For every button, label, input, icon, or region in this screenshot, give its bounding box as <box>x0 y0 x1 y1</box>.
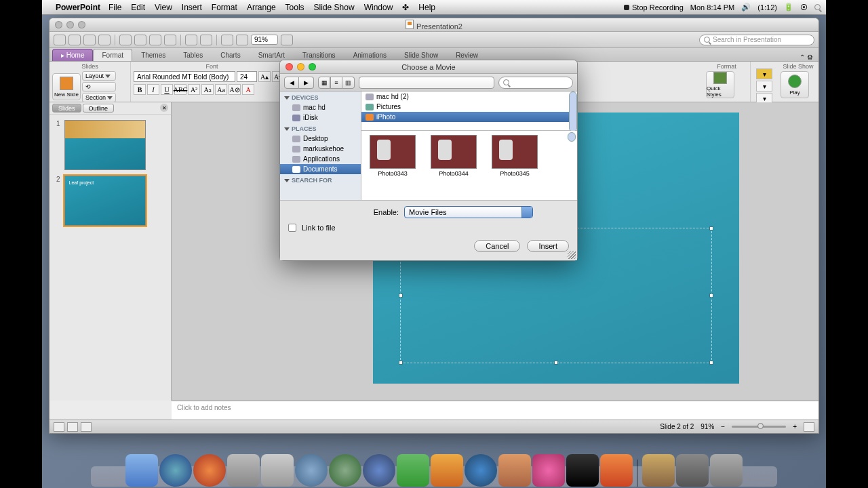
menu-view[interactable]: View <box>155 3 172 12</box>
dock-app8[interactable] <box>566 454 599 487</box>
sidebar-item-documents[interactable]: Documents <box>280 164 361 174</box>
cancel-button[interactable]: Cancel <box>474 240 520 252</box>
undo-button[interactable] <box>185 35 197 45</box>
menu-tools[interactable]: Tools <box>285 3 304 12</box>
underline-button[interactable]: U <box>161 84 173 95</box>
strikethrough-button[interactable]: ABC <box>174 84 186 95</box>
font-name-select[interactable]: Arial Rounded MT Bold (Body) <box>134 71 235 82</box>
zoom-select[interactable]: 91% <box>251 35 278 45</box>
sidebar-item-idisk[interactable]: iDisk <box>280 113 361 123</box>
cut-button[interactable] <box>119 35 132 45</box>
dialog-minimize-button[interactable] <box>297 63 304 70</box>
dock-finder[interactable] <box>125 454 158 487</box>
search-input[interactable]: Search in Presentation <box>699 35 814 45</box>
redo-button[interactable] <box>200 35 212 45</box>
line-button[interactable]: ▾ <box>756 81 772 92</box>
superscript-button[interactable]: A² <box>188 84 200 95</box>
menu-insert[interactable]: Insert <box>182 3 202 12</box>
sorter-view-button[interactable] <box>67 422 78 432</box>
change-case-button[interactable]: Aa <box>215 84 227 95</box>
tab-home[interactable]: ▸ Home <box>52 49 93 61</box>
column-scrollbar[interactable] <box>569 92 577 132</box>
sidebar-item-applications[interactable]: Applications <box>280 154 361 164</box>
menu-slideshow[interactable]: Slide Show <box>314 3 355 12</box>
help-button[interactable] <box>281 35 293 45</box>
sidebar-item-home[interactable]: markuskehoe <box>280 144 361 154</box>
dock-folder2[interactable] <box>676 454 709 487</box>
app-name[interactable]: PowerPoint <box>56 3 100 12</box>
thumb-photo0343[interactable]: Photo0343 <box>366 135 420 177</box>
path-select[interactable] <box>359 77 494 89</box>
dock-app4[interactable] <box>397 454 429 487</box>
dock-folder1[interactable] <box>642 454 675 487</box>
link-to-file-checkbox[interactable] <box>288 224 296 232</box>
stop-recording[interactable]: Stop Recording <box>624 3 684 12</box>
dock-app2[interactable] <box>261 454 294 487</box>
normal-view-button[interactable] <box>54 422 64 432</box>
notes-pane[interactable]: Click to add notes <box>172 401 818 420</box>
thumb-photo0345[interactable]: Photo0345 <box>488 135 542 177</box>
tab-themes[interactable]: Themes <box>132 49 174 61</box>
new-button[interactable] <box>54 35 66 45</box>
italic-button[interactable]: I <box>147 84 159 95</box>
tab-tables[interactable]: Tables <box>174 49 212 61</box>
dock-safari[interactable] <box>295 454 328 487</box>
sidebar-devices-header[interactable]: DEVICES <box>280 92 361 102</box>
dialog-search-input[interactable] <box>498 77 573 89</box>
dock-itunes[interactable] <box>159 454 192 487</box>
list-view-button[interactable]: ≡ <box>330 77 342 89</box>
tab-slides-panel[interactable]: Slides <box>52 104 81 113</box>
ribbon-collapse[interactable]: ⌃ ⚙ <box>800 54 816 61</box>
battery-icon[interactable]: 🔋 <box>784 3 793 12</box>
icon-view-button[interactable]: ▦ <box>318 77 330 89</box>
grid-scrollbar[interactable] <box>568 132 576 142</box>
copy-button[interactable] <box>134 35 146 45</box>
format-painter-button[interactable] <box>164 35 176 45</box>
dock-app7[interactable] <box>532 454 565 487</box>
save-button[interactable] <box>83 35 96 45</box>
tab-charts[interactable]: Charts <box>212 49 249 61</box>
media-button[interactable] <box>236 35 248 45</box>
menu-window[interactable]: Window <box>364 3 393 12</box>
slide-thumb-2[interactable]: 2 Leaf project <box>56 176 164 226</box>
dock-app1[interactable] <box>227 454 260 487</box>
menu-format[interactable]: Format <box>212 3 237 12</box>
menu-file[interactable]: File <box>108 3 121 12</box>
wifi-icon[interactable]: ⦿ <box>800 3 808 12</box>
font-color-button[interactable]: A <box>242 84 254 95</box>
fill-button[interactable]: ▾ <box>756 68 772 79</box>
section-button[interactable]: Section <box>82 93 116 102</box>
print-button[interactable] <box>98 35 111 45</box>
dock-app6[interactable] <box>498 454 531 487</box>
slide-thumb-1[interactable]: 1 <box>56 120 164 170</box>
script-menu-icon[interactable]: ✤ <box>402 3 409 12</box>
dock-firefox[interactable] <box>193 454 226 487</box>
clear-format-button[interactable]: A⊘ <box>229 84 241 95</box>
sidebar-item-machd[interactable]: mac hd <box>280 102 361 113</box>
dialog-zoom-button[interactable] <box>309 63 316 70</box>
col-item-iphoto[interactable]: iPhoto <box>361 112 577 122</box>
tab-format[interactable]: Format <box>93 49 132 61</box>
thumb-photo0344[interactable]: Photo0344 <box>427 135 481 177</box>
tab-outline-panel[interactable]: Outline <box>83 104 115 113</box>
menu-edit[interactable]: Edit <box>131 3 145 12</box>
dock-app5[interactable] <box>431 454 463 487</box>
bold-button[interactable]: B <box>134 84 146 95</box>
col-item-pictures[interactable]: Pictures <box>361 102 577 112</box>
dock-appstore[interactable] <box>363 454 395 487</box>
zoom-slider[interactable] <box>732 426 786 428</box>
close-button[interactable] <box>55 21 62 28</box>
play-button[interactable]: Play <box>781 71 809 98</box>
dock-powerpoint[interactable] <box>600 454 633 487</box>
nav-back-button[interactable]: ◀ <box>284 77 299 89</box>
nav-forward-button[interactable]: ▶ <box>299 77 314 89</box>
sidebar-search-header[interactable]: SEARCH FOR <box>280 174 361 185</box>
dock-trash[interactable] <box>710 454 743 487</box>
close-panel-button[interactable]: ✕ <box>160 104 168 112</box>
insert-button[interactable]: Insert <box>527 240 569 252</box>
subscript-button[interactable]: A₂ <box>201 84 214 95</box>
spotlight-icon[interactable] <box>814 4 821 10</box>
sidebar-item-desktop[interactable]: Desktop <box>280 134 361 144</box>
dock-app3[interactable] <box>329 454 361 487</box>
quick-styles-button[interactable]: Quick Styles <box>706 71 734 98</box>
